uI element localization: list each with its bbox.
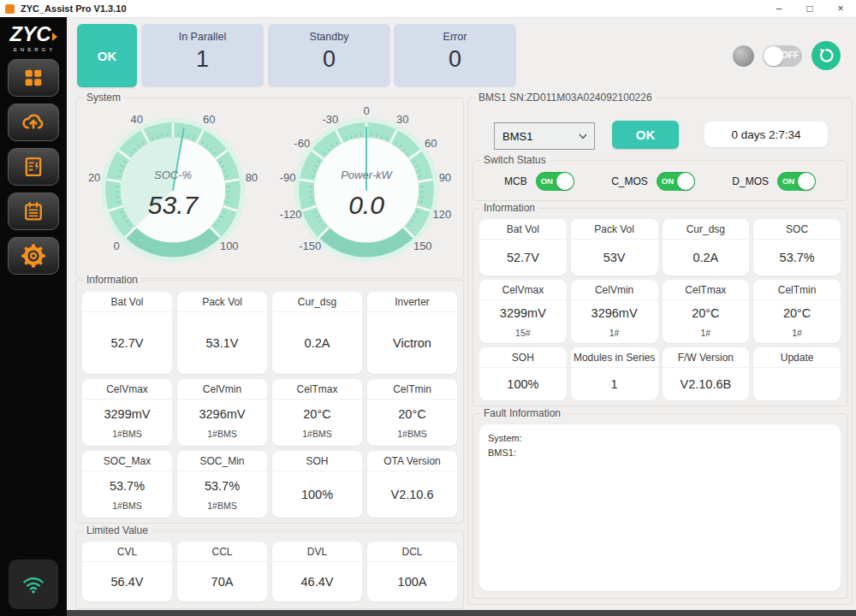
cell-header: CelVmin [177,379,267,400]
bms-panel: BMS1 SN:ZD011M03A024092100226 BMS1 OK 0 … [467,98,853,605]
info-cell: CCL70A [177,542,267,601]
svg-text:100: 100 [220,240,239,252]
info-cell: Cur_dsg0.2A [663,219,750,275]
maximize-button[interactable]: □ [794,0,825,17]
app-window: ZYC_Assist Pro V1.3.10 – □ × ZYC ENERGY [0,0,856,616]
info-cell: Update [753,347,841,400]
info-cell: DCL100A [367,542,457,601]
cell-sub-label: 1#BMS [397,429,426,439]
toggle-knob [764,46,783,66]
sidebar-item-settings[interactable] [8,237,59,275]
bms-information-grid: Bat Vol52.7VPack Vol53VCur_dsg0.2ASOC53.… [479,219,841,400]
svg-text:53.7: 53.7 [148,191,199,219]
logo-text: ZYC [10,22,51,45]
bms-selector[interactable]: BMS1 [494,122,595,150]
svg-text:-120: -120 [280,208,302,221]
cell-header: Cur_dsg [663,219,750,240]
mcb-toggle[interactable]: ON [536,172,574,191]
master-toggle[interactable]: OFF [763,45,802,67]
svg-text:90: 90 [439,171,451,184]
close-button[interactable]: × [825,0,856,17]
sidebar-item-dashboard[interactable] [8,59,59,97]
status-led [733,45,754,67]
info-cell: F/W VersionV2.10.6B [663,347,750,400]
card-label: Error [443,31,467,43]
d_mos-toggle[interactable]: ON [777,172,816,191]
info-cell: SOC_Min53.7%1#BMS [177,451,267,518]
info-cell: CelTmin20°C1# [753,280,841,343]
fault-information-text[interactable]: System: BMS1: [479,424,841,591]
toggle-state: ON [782,176,794,186]
toggle-state: ON [541,176,553,186]
cell-header: Pack Vol [571,219,658,240]
refresh-button[interactable] [811,41,841,70]
cell-sub-label: 1#BMS [207,429,236,439]
cell-header: CelTmin [753,280,841,300]
cell-header: SOC [753,219,841,240]
svg-text:0.0: 0.0 [348,191,384,219]
sidebar-item-notes[interactable] [8,192,59,230]
switch-label: MCB [504,175,527,187]
info-cell: Pack Vol53V [571,219,658,275]
cell-value: 20°C [692,306,719,320]
bottom-strip [67,610,856,616]
cell-header: CelTmax [663,280,750,300]
info-cell: Modules in Series1 [571,347,658,400]
toggle-knob [798,173,815,190]
cell-value: 53.7% [780,251,815,264]
cell-header: CelTmax [272,379,362,400]
switch-item-mcb: MCBON [504,172,574,191]
cell-header: SOC_Min [177,451,267,471]
svg-text:0: 0 [114,240,120,252]
svg-text:120: 120 [433,208,452,221]
wifi-icon [21,573,46,595]
minimize-button[interactable]: – [764,0,794,17]
wifi-button[interactable] [9,560,58,609]
svg-text:30: 30 [396,113,408,126]
cell-value: 20°C [398,407,425,421]
cell-header: CelTmin [367,379,457,400]
sidebar-item-cloud-upload[interactable] [8,104,59,141]
cell-value: 3299mV [104,407,150,421]
error-card[interactable]: Error 0 [394,24,516,87]
info-cell: CVL56.4V [82,542,172,601]
bms-ok-button[interactable]: OK [612,121,679,149]
cell-header: F/W Version [663,347,750,368]
brand-logo: ZYC ENERGY [10,24,57,52]
switch-status-group: Switch Status MCBONC_MOSOND_MOSON [473,160,847,201]
svg-text:SOC-%: SOC-% [154,169,192,181]
cell-value: 53.1V [206,336,239,350]
info-cell: SOH100% [479,347,567,400]
info-cell: InverterVictron [367,292,457,374]
c_mos-toggle[interactable]: ON [657,172,695,191]
cell-sub-label: 1#BMS [112,500,141,511]
information-grid: Bat Vol52.7VPack Vol53.1VCur_dsg0.2AInve… [82,292,457,518]
sidebar: ZYC ENERGY [0,17,67,616]
svg-text:-60: -60 [294,137,310,150]
cell-value: 53V [603,251,626,264]
cell-header: CVL [82,542,172,562]
svg-text:Power-kW: Power-kW [341,169,393,181]
cell-value: 70A [211,575,234,589]
cell-value: 3299mV [500,306,546,320]
cell-value: V2.10.6B [681,377,732,391]
cell-header: DCL [367,542,457,562]
info-cell: Cur_dsg0.2A [272,292,362,374]
refresh-icon [817,46,835,65]
sidebar-item-power-report[interactable] [8,148,59,186]
standby-card[interactable]: Standby 0 [268,24,390,87]
card-label: In Parallel [179,31,227,43]
svg-text:60: 60 [203,113,215,126]
cell-value: V2.10.6 [391,488,434,501]
uptime-display: 0 days 2:7:34 [704,121,828,147]
system-status-ok-card[interactable]: OK [77,24,137,87]
switch-item-d_mos: D_MOSON [732,172,816,191]
dashboard-icon [21,66,45,90]
cell-header: CCL [177,542,267,562]
info-cell: Pack Vol53.1V [177,292,267,374]
cell-value: 1 [611,377,618,391]
switch-row: MCBONC_MOSOND_MOSON [485,168,835,195]
toggle-state: ON [662,176,674,186]
cell-value: 0.2A [305,336,330,350]
in-parallel-card[interactable]: In Parallel 1 [141,24,264,87]
